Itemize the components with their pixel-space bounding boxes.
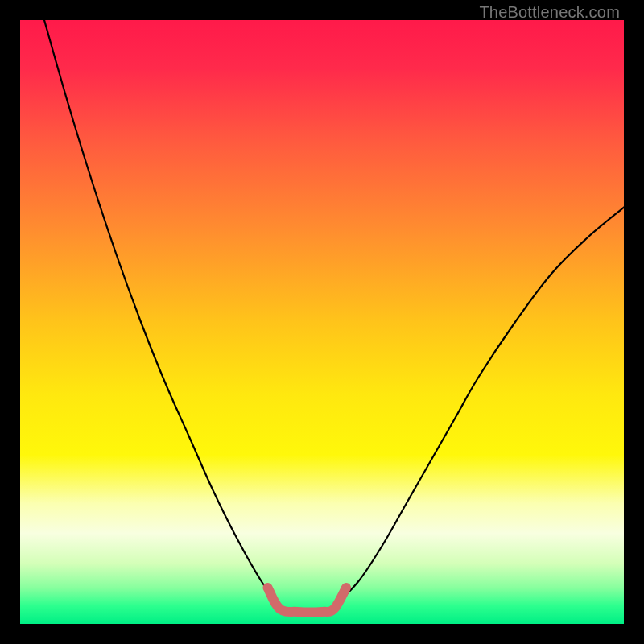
left-curve	[44, 20, 280, 606]
bottom-accent	[268, 588, 347, 613]
watermark-text: TheBottleneck.com	[479, 3, 620, 22]
plot-area	[20, 20, 624, 624]
right-curve	[334, 208, 624, 606]
curves-layer	[20, 20, 624, 624]
chart-frame: TheBottleneck.com	[0, 0, 644, 644]
